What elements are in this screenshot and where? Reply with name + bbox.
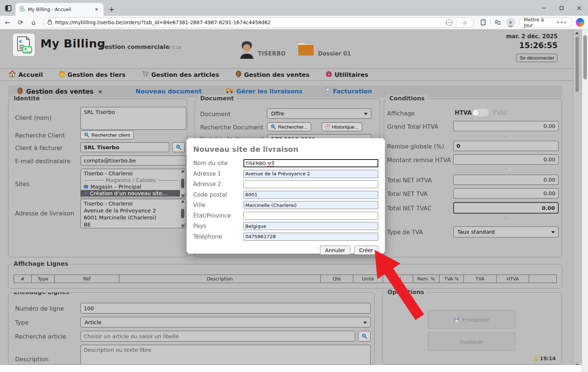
- search-icon: [84, 132, 89, 137]
- type-ligne-select[interactable]: Article: [80, 317, 371, 328]
- col-tva-pct[interactable]: TVA %: [440, 275, 464, 283]
- recherche-client-label: Recherche Client: [15, 132, 65, 139]
- subnav-link-gerer-les-livraisons[interactable]: Gérer les livraisons: [226, 87, 302, 95]
- resize-grip[interactable]: [181, 193, 185, 197]
- nav-item-gestion-des-ventes[interactable]: Gestion des ventes: [235, 71, 310, 79]
- browser-update-button[interactable]: Mettre à jour •••: [519, 17, 572, 28]
- col-type[interactable]: Type: [32, 275, 55, 283]
- description-textarea[interactable]: [80, 345, 371, 365]
- nav-item-gestion-des-tiers[interactable]: Gestion des tiers: [59, 71, 126, 79]
- field-label: Code postal: [193, 192, 244, 198]
- enregistrer-button[interactable]: Enregistrer: [428, 310, 515, 329]
- col-filler: [529, 275, 556, 283]
- nav-item-gestion-des-articles[interactable]: Gestion des articles: [142, 71, 219, 79]
- htva-tvac-toggle[interactable]: [472, 108, 489, 117]
- browser-scrollbar[interactable]: [582, 29, 588, 372]
- user-name: TISERBO: [258, 50, 286, 57]
- lines-table-header: # Type Réf Description Qté Unité PU Rem.…: [14, 275, 557, 283]
- ville-input[interactable]: [244, 201, 378, 209]
- adresse-livraison-textarea[interactable]: Tiserbo - Charleroi Avenue de la Prévoya…: [80, 199, 186, 228]
- client-facturer-label: Client à facturer: [15, 144, 63, 151]
- type-tva-label: Type de TVA: [387, 229, 423, 236]
- maximize-button[interactable]: [553, 0, 570, 16]
- historique-button[interactable]: Historique...: [322, 122, 362, 131]
- nav-item-utilitaires[interactable]: Utilitaires: [326, 71, 368, 79]
- profile-avatar[interactable]: [506, 18, 515, 27]
- app-scrollbar[interactable]: [573, 29, 581, 369]
- more-options-icon[interactable]: •••: [556, 20, 567, 25]
- nav-item-accueil[interactable]: Accueil: [9, 71, 43, 79]
- url-text: https://mybilling.tiserbo.be/orders/?tab…: [55, 19, 443, 25]
- modal-field-nom-du-site: Nom du site TISERBO srl: [193, 158, 378, 169]
- pays-input[interactable]: [244, 222, 378, 230]
- collections-icon[interactable]: [493, 18, 502, 27]
- session-timer: 19:14: [534, 355, 556, 361]
- subnav-link-nouveau-document[interactable]: Nouveau document: [136, 88, 202, 95]
- tab-actions-icon[interactable]: [4, 4, 12, 12]
- favorite-star-icon[interactable]: ☆: [460, 18, 470, 27]
- back-icon[interactable]: ←: [2, 17, 13, 28]
- browser-tab[interactable]: My Billing - Accueil ✕: [15, 3, 104, 16]
- site-option[interactable]: Tiserbo - Charleroi: [81, 170, 180, 177]
- recherche-article-search-button[interactable]: [358, 331, 371, 341]
- rechercher-document-button[interactable]: Rechercher...: [267, 122, 311, 131]
- favorite-star-icon[interactable]: ★: [98, 89, 102, 94]
- copilot-icon[interactable]: [576, 18, 585, 27]
- etat-province-input[interactable]: [244, 212, 378, 220]
- nom-du-site-input[interactable]: TISERBO srl: [244, 159, 378, 167]
- numero-ligne-input[interactable]: [80, 303, 371, 314]
- minimize-button[interactable]: [535, 0, 553, 16]
- col-qte[interactable]: Qté: [321, 275, 353, 283]
- app-scrollbar-thumb[interactable]: [576, 37, 579, 92]
- adresse-scrollbar[interactable]: [180, 200, 185, 227]
- annuler-button[interactable]: Annuler: [320, 246, 350, 255]
- montant-remise-label: Montant remise HTVA: [387, 157, 451, 164]
- dupliquer-button[interactable]: Dupliquer: [428, 332, 515, 351]
- tab-title: My Billing - Accueil: [28, 7, 90, 12]
- button-label: Rechercher client: [91, 132, 130, 138]
- subnav-current-label: Gestion des ventes: [26, 88, 93, 95]
- close-button[interactable]: [570, 0, 588, 16]
- logout-button[interactable]: Se déconnecter: [516, 54, 558, 62]
- document-type-select[interactable]: Offre: [267, 108, 371, 119]
- col-ref[interactable]: Réf: [55, 275, 119, 283]
- col-num[interactable]: #: [14, 275, 32, 283]
- adresse-1-input[interactable]: [244, 170, 378, 178]
- client-nom-textarea[interactable]: SRL Tiserbo: [80, 107, 186, 130]
- search-icon: [362, 333, 367, 339]
- adresse-2-input[interactable]: [244, 180, 378, 188]
- client-facturer-search-button[interactable]: [172, 142, 185, 152]
- home-icon[interactable]: ⌂: [28, 17, 39, 28]
- reading-options-icon[interactable]: •••: [446, 19, 452, 26]
- site-option-creation-nouveau-site[interactable]: Création d’un nouveau site...: [81, 190, 180, 197]
- recherche-article-input[interactable]: [80, 331, 355, 341]
- type-tva-select[interactable]: Taux standard: [453, 226, 559, 237]
- sites-scrollbar[interactable]: [180, 170, 185, 197]
- remise-globale-input[interactable]: [453, 141, 559, 151]
- rechercher-client-button[interactable]: Rechercher client: [80, 130, 134, 139]
- col-htva[interactable]: HTVA: [497, 275, 529, 283]
- site-option-magasin[interactable]: Magasin – Principal: [81, 183, 180, 190]
- subnav-link-facturation[interactable]: Facturation: [325, 87, 372, 96]
- modal-field-adresse-1: Adresse 1: [193, 169, 378, 179]
- total-net-htva-input: 0.00: [453, 175, 559, 185]
- url-bar[interactable]: https://mybilling.tiserbo.be/orders/?tab…: [43, 17, 473, 28]
- browser-scrollbar-thumb[interactable]: [583, 35, 587, 79]
- col-description[interactable]: Description: [119, 275, 321, 283]
- sub-nav: Gestion des ventes ★ Nouveau document Gé…: [8, 85, 562, 97]
- lock-icon: [47, 19, 52, 26]
- refresh-icon[interactable]: ⟳: [15, 17, 26, 28]
- email-input[interactable]: [80, 155, 186, 165]
- extensions-icon[interactable]: [479, 18, 488, 27]
- button-label: Rechercher...: [278, 124, 307, 130]
- new-tab-button[interactable]: +: [107, 5, 116, 14]
- tab-close-icon[interactable]: ✕: [93, 6, 100, 13]
- client-facturer-input[interactable]: SRL Tiserbo: [80, 142, 169, 152]
- remise-globale-label: Remise globale (%): [387, 143, 444, 150]
- sites-listbox[interactable]: Tiserbo - Charleroi Magasins / Caisses M…: [80, 169, 186, 198]
- code-postal-input[interactable]: [244, 191, 378, 199]
- col-tva[interactable]: TVA: [464, 275, 497, 283]
- nav-label: Accueil: [18, 71, 43, 78]
- resize-grip[interactable]: [181, 223, 185, 228]
- adresse-livraison-label: Adresse de livraison: [15, 210, 74, 217]
